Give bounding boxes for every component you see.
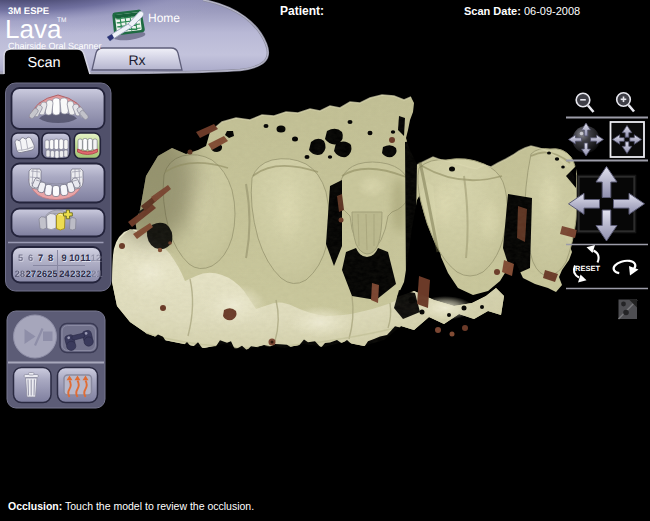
svg-text:22: 22 bbox=[81, 269, 91, 279]
svg-text:24: 24 bbox=[59, 269, 70, 279]
svg-text:21: 21 bbox=[91, 269, 101, 279]
svg-text:Home: Home bbox=[148, 11, 180, 25]
svg-text:26: 26 bbox=[37, 269, 47, 279]
svg-text:23: 23 bbox=[70, 269, 80, 279]
svg-text:9: 9 bbox=[61, 253, 66, 263]
svg-text:5: 5 bbox=[18, 253, 23, 263]
svg-text:12: 12 bbox=[91, 253, 101, 263]
svg-text:25: 25 bbox=[47, 269, 57, 279]
svg-text:11: 11 bbox=[81, 253, 91, 263]
svg-text:8: 8 bbox=[48, 253, 53, 263]
svg-text:RESET: RESET bbox=[575, 264, 600, 273]
svg-text:27: 27 bbox=[26, 269, 36, 279]
svg-text:10: 10 bbox=[69, 253, 79, 263]
svg-text:Rx: Rx bbox=[128, 52, 145, 68]
svg-text:7: 7 bbox=[38, 253, 43, 263]
svg-text:28: 28 bbox=[15, 269, 25, 279]
svg-text:6: 6 bbox=[28, 253, 33, 263]
